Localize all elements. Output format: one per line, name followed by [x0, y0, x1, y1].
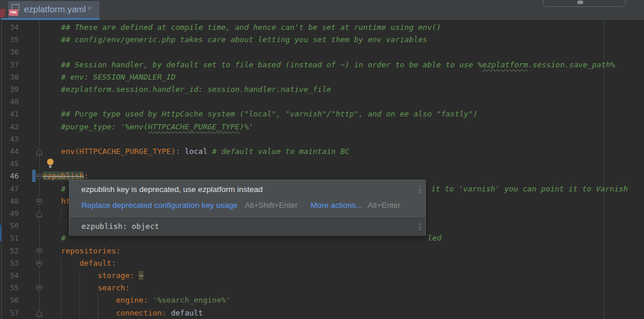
line-number: 44 [5, 145, 19, 157]
line-number: 47 [5, 183, 19, 195]
intention-popup: ezpublish key is deprecated, use ezplatf… [69, 180, 426, 236]
line-number: 52 [5, 245, 19, 257]
code-line: 42 #purge_type: '%env(HTTPCACHE_PURGE_TY… [0, 121, 644, 133]
editor-tab-bar: YML ezplatform.yaml × [0, 0, 644, 20]
line-number: 51 [5, 232, 19, 244]
code-line: 57 connection: default [0, 307, 644, 319]
popup-title: ezpublish key is deprecated, use ezplatf… [81, 185, 263, 194]
tab-close-icon[interactable]: × [87, 4, 92, 13]
kebab-menu-icon[interactable]: ⋮ [416, 185, 424, 193]
intention-bulb-icon[interactable] [46, 158, 54, 168]
kebab-menu-icon[interactable]: ⋮ [416, 222, 424, 231]
toolbar-widget-icon [577, 1, 583, 4]
code-line: 52 repositories: [0, 245, 644, 257]
line-number: 42 [5, 121, 19, 133]
line-number: 38 [5, 71, 19, 83]
yaml-file-icon: YML [9, 4, 19, 16]
code-line: 54 storage: ~ [0, 269, 644, 282]
tab-title[interactable]: ezplatform.yaml [24, 4, 86, 14]
line-number: 36 [5, 46, 19, 58]
line-number: 35 [5, 33, 19, 46]
replace-action-link[interactable]: Replace deprecated configuration key usa… [81, 201, 237, 210]
code-line: 34 ## These are defined at compile time,… [0, 21, 644, 33]
line-number: 37 [5, 59, 19, 71]
popup-actions-row: Replace deprecated configuration key usa… [81, 201, 400, 210]
line-number: 34 [5, 21, 19, 33]
fold-marker-icon[interactable] [36, 309, 43, 316]
fold-marker-icon[interactable] [36, 247, 43, 254]
replace-action-shortcut: Alt+Shift+Enter [244, 201, 298, 210]
fold-marker-icon[interactable] [36, 172, 43, 179]
fold-marker-icon[interactable] [36, 148, 43, 155]
popup-main-section: ezpublish key is deprecated, use ezplatf… [70, 180, 425, 218]
fold-marker-icon[interactable] [36, 210, 43, 217]
fold-marker-icon[interactable] [36, 197, 43, 204]
fold-marker-icon[interactable] [36, 284, 43, 291]
code-line: 38 # env: SESSION_HANDLER_ID [0, 71, 644, 83]
line-number: 56 [5, 294, 19, 306]
yml-badge-icon: YML [9, 9, 18, 16]
line-number: 40 [5, 95, 19, 108]
cutoff-file-icon [0, 9, 5, 18]
code-line: 53 default: [0, 257, 644, 269]
line-number: 50 [5, 219, 19, 232]
toolbar-widget-cutoff[interactable] [543, 0, 626, 7]
line-number: 49 [5, 207, 19, 219]
code-line: 41 ## Purge type used by HttpCache syste… [0, 108, 644, 120]
line-number: 53 [5, 257, 19, 269]
fold-marker-icon[interactable] [36, 259, 43, 266]
code-line: 39 #ezplatform.session.handler_id: sessi… [0, 83, 644, 95]
line-number: 45 [5, 157, 19, 170]
line-number: 41 [5, 108, 19, 120]
code-line: 36 [0, 46, 644, 58]
code-line: 45 [0, 157, 644, 170]
line-number: 48 [5, 195, 19, 207]
line-number: 55 [5, 282, 19, 294]
code-line: 35 ## config/env/generic.php takes care … [0, 33, 644, 46]
code-line: 37 ## Session handler, by default set to… [0, 59, 644, 71]
code-line: 40 [0, 95, 644, 108]
code-line: 44 env(HTTPCACHE_PURGE_TYPE): local # de… [0, 145, 644, 157]
line-number: 39 [5, 83, 19, 95]
code-line: 43 [0, 133, 644, 145]
line-number: 43 [5, 133, 19, 145]
code-line: 55 search: [0, 282, 644, 294]
more-actions-link[interactable]: More actions... [311, 201, 363, 210]
doc-text: ezpublish: object [81, 222, 159, 231]
line-number: 57 [5, 307, 19, 319]
line-number: 46 [5, 170, 19, 182]
line-number: 54 [5, 269, 19, 282]
ide-window: 34 ## These are defined at compile time,… [0, 0, 644, 319]
more-actions-shortcut: Alt+Enter [368, 201, 401, 210]
popup-doc-section: ezpublish: object ⋮ [70, 218, 425, 236]
code-line: 56 engine: '%search_engine%' [0, 294, 644, 306]
active-tab-underline [1, 18, 99, 20]
